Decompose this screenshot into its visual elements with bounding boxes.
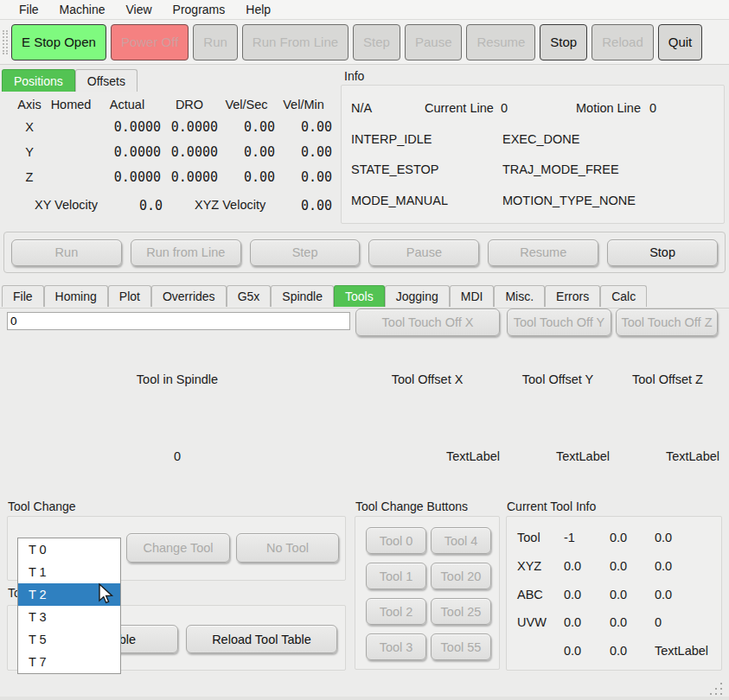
cti-value: 0.0 [564, 644, 581, 658]
col-header-homed: Homed [48, 98, 93, 111]
tool-offset-x-value: TextLabel [421, 449, 525, 463]
dro-value: 0.0000 [161, 144, 218, 160]
cti-value: 0.0 [564, 588, 581, 601]
quit-button[interactable]: Quit [658, 24, 703, 60]
menu-machine[interactable]: Machine [49, 0, 116, 19]
xyz-velocity-value: 0.00 [277, 198, 332, 213]
stop-button[interactable]: Stop [607, 239, 718, 266]
col-header-velmin: Vel/Min [275, 98, 332, 111]
menu-programs[interactable]: Programs [163, 0, 236, 19]
tab-errors[interactable]: Errors [545, 285, 600, 307]
tool-in-spindle-label: Tool in Spindle [91, 372, 264, 386]
velsec-value: 0.00 [218, 144, 275, 160]
tab-file[interactable]: File [2, 285, 44, 307]
tool-touch-off-z-button: Tool Touch Off Z [616, 309, 718, 336]
tab-overrides[interactable]: Overrides [151, 285, 227, 307]
toolbar: E Stop Open Power Off Run Run From Line … [0, 20, 729, 65]
pause-button: Pause [368, 239, 479, 266]
estop-button[interactable]: E Stop Open [11, 24, 106, 60]
power-off-button: Power Off [111, 24, 189, 60]
menu-help[interactable]: Help [235, 0, 281, 19]
tool-offset-y-label: Tool Offset Y [506, 372, 610, 386]
tab-misc[interactable]: Misc. [494, 285, 545, 307]
col-header-dro: DRO [161, 98, 218, 111]
dropdown-item-t0[interactable]: T 0 [18, 538, 120, 561]
actual-value: 0.0000 [93, 144, 161, 160]
mode-label: MODE_MANUAL [351, 194, 448, 207]
mouse-cursor-icon [95, 582, 118, 605]
traj-mode-label: TRAJ_MODE_FREE [502, 162, 619, 176]
step-toolbar-button: Step [353, 24, 400, 60]
tab-offsets[interactable]: Offsets [75, 69, 137, 92]
tool-4-button: Tool 4 [431, 527, 491, 554]
tab-positions[interactable]: Positions [2, 69, 75, 92]
pause-toolbar-button: Pause [405, 24, 463, 60]
dropdown-item-t3[interactable]: T 3 [18, 606, 120, 628]
tool-number-input[interactable] [7, 312, 350, 330]
info-group-title: Info [344, 69, 364, 83]
axis-label: Y [10, 145, 48, 159]
tab-calc[interactable]: Calc [600, 285, 647, 307]
col-header-actual: Actual [93, 98, 161, 111]
tool-touch-off-x-button: Tool Touch Off X [355, 309, 500, 336]
dropdown-item-t1[interactable]: T 1 [18, 561, 120, 583]
motion-line-label: Motion Line [576, 101, 641, 115]
axis-row-y: Y 0.0000 0.0000 0.00 0.00 [10, 139, 332, 164]
axis-label: Z [10, 170, 48, 184]
velmin-value: 0.00 [275, 119, 332, 135]
stop-toolbar-button[interactable]: Stop [540, 24, 587, 60]
tab-mdi[interactable]: MDI [450, 285, 495, 307]
actual-value: 0.0000 [93, 169, 161, 185]
menu-file[interactable]: File [9, 0, 49, 19]
cti-value: 0.0 [655, 531, 672, 544]
cti-value: 0.0 [655, 588, 672, 601]
run-from-line-toolbar-button: Run From Line [242, 24, 349, 60]
tab-g5x[interactable]: G5x [227, 285, 272, 307]
cti-value: -1 [564, 531, 575, 544]
toolbar-drag-handle[interactable] [3, 30, 8, 54]
cti-row-label: XYZ [517, 559, 541, 573]
run-toolbar-button: Run [193, 24, 238, 60]
reload-toolbar-button: Reload [592, 24, 654, 60]
cti-value: TextLabel [655, 644, 708, 658]
window-bottom-edge [0, 697, 729, 700]
velsec-value: 0.00 [218, 119, 275, 135]
cti-value: 0.0 [610, 588, 627, 601]
resume-button: Resume [488, 239, 598, 266]
cti-value: 0.0 [610, 644, 627, 658]
info-group-frame: N/A Current Line 0 Motion Line 0 INTERP_… [341, 85, 725, 224]
dropdown-item-t5[interactable]: T 5 [18, 628, 120, 651]
current-line-label: Current Line [425, 101, 494, 115]
tab-tools[interactable]: Tools [334, 285, 385, 307]
program-control-frame: Run Run from Line Step Pause Resume Stop [3, 232, 726, 273]
xy-velocity-label: XY Velocity [35, 198, 98, 212]
tool-3-button: Tool 3 [366, 633, 426, 660]
dropdown-item-t7[interactable]: T 7 [18, 651, 120, 673]
tool-touch-off-y-button: Tool Touch Off Y [507, 309, 611, 336]
tool-offset-x-label: Tool Offset X [375, 372, 479, 386]
window-resize-grip[interactable] [709, 682, 725, 697]
tab-spindle[interactable]: Spindle [271, 285, 334, 307]
menubar: File Machine View Programs Help [0, 0, 729, 20]
exec-state-label: EXEC_DONE [502, 132, 579, 146]
main-tab-bar: File Homing Plot Overrides G5x Spindle T… [2, 285, 647, 307]
xyz-velocity-label: XYZ Velocity [195, 198, 265, 212]
tool-20-button: Tool 20 [431, 563, 491, 589]
change-tool-button: Change Tool [126, 533, 230, 563]
tab-homing[interactable]: Homing [44, 285, 108, 307]
menu-view[interactable]: View [115, 0, 162, 19]
cti-row-label: Tool [517, 531, 540, 544]
position-tab-bar: Positions Offsets [2, 69, 137, 92]
tab-jogging[interactable]: Jogging [385, 285, 450, 307]
tool-0-button: Tool 0 [366, 527, 426, 554]
dro-value: 0.0000 [161, 119, 218, 135]
cti-row-label: UVW [517, 615, 547, 629]
current-line-value: 0 [501, 101, 508, 115]
tool-select-dropdown: T 0 T 1 T 2 T 3 T 5 T 7 [17, 538, 121, 674]
tab-plot[interactable]: Plot [108, 285, 151, 307]
tool-in-spindle-value: 0 [91, 449, 264, 463]
col-header-axis: Axis [10, 98, 48, 111]
motion-line-value: 0 [649, 101, 656, 115]
reload-tool-table-button[interactable]: Reload Tool Table [186, 625, 337, 653]
tool-1-button: Tool 1 [366, 563, 426, 589]
